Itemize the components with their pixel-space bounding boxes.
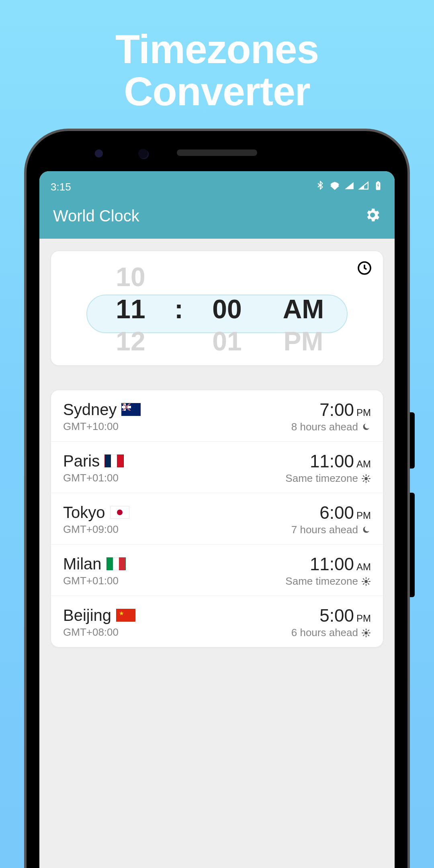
- svg-line-17: [363, 578, 364, 579]
- city-time: 7:00: [319, 400, 354, 420]
- city-time: 11:00: [310, 451, 354, 471]
- promo-line-1: Timezones: [0, 28, 434, 70]
- picker-period-selected[interactable]: AM: [265, 294, 342, 324]
- moon-icon: [361, 525, 371, 535]
- camera-icon: [139, 149, 149, 159]
- svg-line-8: [363, 475, 364, 476]
- city-ampm: PM: [356, 613, 371, 624]
- city-row[interactable]: SydneyGMT+10:007:00PM8 hours ahead: [51, 390, 383, 442]
- city-list: SydneyGMT+10:007:00PM8 hours aheadParisG…: [51, 390, 383, 647]
- settings-button[interactable]: [364, 207, 381, 225]
- city-time-info: 6:00PM7 hours ahead: [291, 503, 371, 536]
- battery-icon: [373, 180, 383, 194]
- city-time-info: 7:00PM8 hours ahead: [291, 400, 371, 433]
- city-info: MilanGMT+01:00: [63, 555, 126, 587]
- city-gmt: GMT+01:00: [63, 472, 124, 484]
- city-gmt: GMT+10:00: [63, 420, 141, 433]
- city-time: 5:00: [319, 606, 354, 626]
- status-bar: 3:15: [51, 178, 383, 195]
- screen: 3:15: [39, 171, 395, 868]
- status-icons: [315, 180, 383, 194]
- city-row[interactable]: BeijingGMT+08:005:00PM6 hours ahead: [51, 596, 383, 647]
- promo-title: Timezones Converter: [0, 0, 434, 113]
- picker-hour-selected[interactable]: 11: [92, 294, 169, 324]
- city-time-info: 11:00AMSame timezone: [285, 451, 371, 485]
- city-name: Sydney: [63, 401, 117, 419]
- svg-rect-1: [377, 181, 379, 182]
- city-offset: Same timezone: [285, 575, 358, 588]
- signal-icon: [358, 180, 369, 194]
- city-name: Milan: [63, 555, 102, 573]
- city-time: 6:00: [319, 503, 354, 523]
- city-name: Tokyo: [63, 504, 105, 522]
- city-row[interactable]: MilanGMT+01:0011:00AMSame timezone: [51, 545, 383, 596]
- picker-period-next[interactable]: PM: [265, 326, 342, 356]
- city-name: Beijing: [63, 606, 111, 624]
- city-row[interactable]: ParisGMT+01:0011:00AMSame timezone: [51, 442, 383, 493]
- city-ampm: PM: [356, 510, 371, 521]
- svg-line-10: [363, 481, 364, 481]
- city-time-info: 5:00PM6 hours ahead: [291, 606, 371, 639]
- device-frame: 3:15: [24, 129, 410, 868]
- city-info: TokyoGMT+09:00: [63, 504, 129, 536]
- time-picker-card: 10 11 : 00 AM 12 01 PM: [51, 251, 383, 366]
- svg-line-29: [368, 630, 369, 631]
- svg-line-19: [363, 583, 364, 584]
- city-time: 11:00: [310, 554, 354, 574]
- app-title: World Clock: [53, 207, 139, 225]
- wifi-icon: [330, 180, 340, 194]
- moon-icon: [361, 422, 371, 432]
- svg-point-12: [364, 580, 368, 583]
- picker-minute-next[interactable]: 01: [189, 326, 265, 356]
- status-time: 3:15: [51, 181, 71, 193]
- city-row[interactable]: TokyoGMT+09:006:00PM7 hours ahead: [51, 493, 383, 545]
- content: 10 11 : 00 AM 12 01 PM SydneyGMT+10:007:…: [39, 239, 395, 659]
- flag-icon: [110, 506, 129, 519]
- city-ampm: AM: [356, 459, 371, 470]
- sun-icon: [361, 577, 371, 586]
- picker-hour-next[interactable]: 12: [92, 326, 169, 356]
- city-gmt: GMT+08:00: [63, 626, 135, 639]
- bluetooth-icon: [315, 180, 326, 194]
- svg-point-21: [364, 631, 368, 635]
- svg-line-11: [368, 475, 369, 476]
- flag-icon: [106, 557, 126, 570]
- city-info: BeijingGMT+08:00: [63, 606, 135, 639]
- flag-icon: [104, 454, 124, 467]
- city-ampm: PM: [356, 407, 371, 418]
- svg-point-3: [364, 477, 368, 480]
- svg-line-28: [363, 635, 364, 636]
- device-side-button: [410, 412, 415, 469]
- picker-hour-prev[interactable]: 10: [92, 262, 169, 292]
- gear-icon: [364, 207, 381, 223]
- signal-icon: [344, 180, 354, 194]
- reset-time-button[interactable]: [356, 260, 373, 276]
- city-offset: 7 hours ahead: [291, 524, 358, 536]
- picker-separator: :: [169, 294, 189, 324]
- picker-minute-selected[interactable]: 00: [189, 294, 265, 324]
- flag-icon: [116, 609, 135, 622]
- sun-icon: [361, 628, 371, 638]
- city-info: ParisGMT+01:00: [63, 452, 124, 484]
- svg-line-26: [363, 630, 364, 631]
- svg-line-27: [368, 635, 369, 636]
- svg-line-20: [368, 578, 369, 579]
- promo-line-2: Converter: [0, 70, 434, 113]
- city-time-info: 11:00AMSame timezone: [285, 554, 371, 588]
- city-offset: 8 hours ahead: [291, 421, 358, 433]
- clock-icon: [356, 260, 373, 276]
- time-picker[interactable]: 10 11 : 00 AM 12 01 PM: [92, 262, 342, 356]
- city-info: SydneyGMT+10:00: [63, 401, 141, 433]
- top-bar: 3:15: [39, 171, 395, 239]
- city-offset: 6 hours ahead: [291, 626, 358, 639]
- city-offset: Same timezone: [285, 472, 358, 485]
- city-name: Paris: [63, 452, 100, 470]
- city-ampm: AM: [356, 561, 371, 573]
- app-bar: World Clock: [51, 195, 383, 239]
- svg-line-9: [368, 481, 369, 481]
- sun-icon: [361, 474, 371, 483]
- city-gmt: GMT+01:00: [63, 575, 126, 587]
- flag-icon: [121, 403, 141, 416]
- city-gmt: GMT+09:00: [63, 523, 129, 536]
- device-side-button: [410, 493, 415, 597]
